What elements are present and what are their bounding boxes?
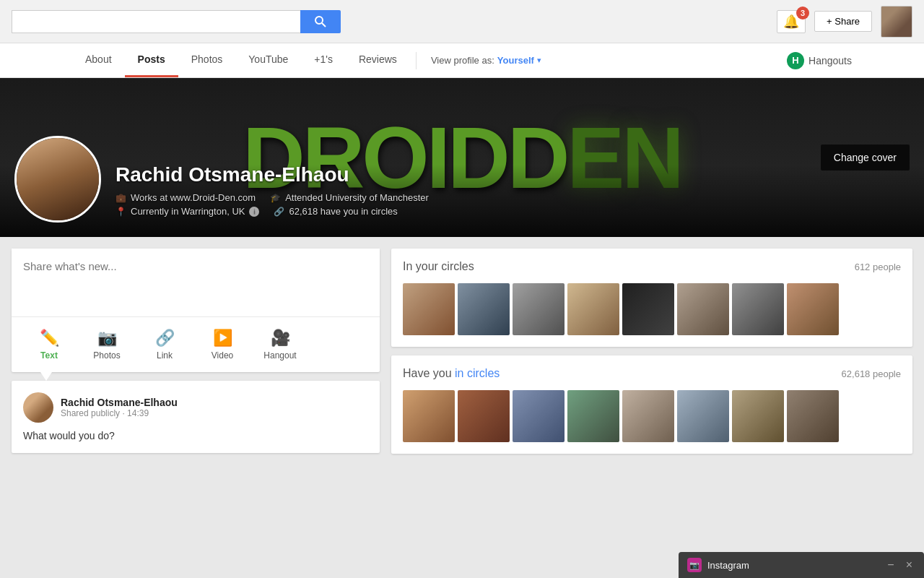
tool-video[interactable]: ▶️ Video (193, 323, 251, 366)
instagram-bar: 📷 Instagram − × (679, 552, 924, 578)
post-meta-text: Shared publicly · 14:39 (61, 408, 178, 418)
nav-left: About Posts Photos YouTube +1's Reviews … (72, 43, 550, 77)
hangout-tool-icon: 🎥 (271, 329, 290, 348)
view-profile-link[interactable]: Yourself (497, 55, 534, 66)
hangouts-icon: H (787, 52, 804, 69)
in-your-circles-header: In your circles 612 people (403, 260, 901, 273)
in-your-circles-grid (403, 283, 901, 335)
instagram-minimize-button[interactable]: − (884, 558, 897, 571)
have-circle-avatar-6[interactable] (677, 390, 729, 442)
have-you-circles-header: Have you in circles 62,618 people (403, 367, 901, 380)
video-tool-icon: ▶️ (213, 329, 232, 348)
view-profile-area: View profile as: Yourself ▾ (422, 55, 550, 66)
have-circle-avatar-4[interactable] (567, 390, 619, 442)
svg-line-1 (322, 23, 326, 27)
have-you-circles-card: Have you in circles 62,618 people (391, 355, 912, 454)
share-textarea[interactable] (12, 249, 380, 314)
in-your-circles-title: In your circles (403, 260, 474, 273)
nav-item-posts[interactable]: Posts (125, 43, 178, 77)
main-content: ✏️ Text 📷 Photos 🔗 Link ▶️ Video (0, 237, 924, 465)
cover-area: DROIDDEN Rachid Otsmane-Elhaou 💼 Works a… (0, 78, 924, 237)
circles-icon: 🔗 (274, 207, 284, 217)
user-avatar-top[interactable] (881, 6, 912, 38)
share-tools: ✏️ Text 📷 Photos 🔗 Link ▶️ Video (12, 317, 380, 372)
briefcase-icon: 💼 (116, 193, 126, 203)
attended-text: Attended University of Manchester (285, 192, 429, 203)
left-column: ✏️ Text 📷 Photos 🔗 Link ▶️ Video (12, 249, 380, 454)
post-author-info: Rachid Otsmane-Elhaou Shared publicly · … (61, 397, 178, 418)
profile-avatar[interactable] (14, 136, 101, 223)
top-right-area: 🔔 3 + Share (777, 6, 912, 38)
have-circle-avatar-5[interactable] (622, 390, 674, 442)
nav-item-photos[interactable]: Photos (178, 43, 236, 77)
location-text: Currently in Warrington, UK (131, 206, 245, 217)
have-circle-avatar-7[interactable] (732, 390, 784, 442)
nav-divider (416, 52, 417, 69)
right-column: In your circles 612 people Have you in c… (391, 249, 912, 454)
circle-avatar-2[interactable] (458, 283, 510, 335)
search-button[interactable] (300, 10, 341, 33)
post-content: What would you do? (23, 430, 368, 441)
instagram-close-button[interactable]: × (903, 558, 915, 571)
post-header: Rachid Otsmane-Elhaou Shared publicly · … (23, 392, 368, 423)
nav-right: H Hangouts (787, 52, 852, 69)
works-at-item: 💼 Works at www.Droid-Den.com (116, 192, 256, 203)
share-button[interactable]: + Share (814, 11, 872, 32)
hangouts-button[interactable]: H Hangouts (787, 52, 852, 69)
svg-point-0 (315, 17, 323, 24)
instagram-label: Instagram (707, 560, 879, 571)
nav-item-about[interactable]: About (72, 43, 125, 77)
profile-name: Rachid Otsmane-Elhaou (116, 163, 429, 186)
post-author-name[interactable]: Rachid Otsmane-Elhaou (61, 397, 178, 408)
notification-badge: 3 (796, 7, 809, 20)
change-cover-button[interactable]: Change cover (821, 144, 910, 171)
have-you-circles-count: 62,618 people (842, 368, 901, 379)
top-bar: 🔔 3 + Share (0, 0, 924, 43)
circle-avatar-7[interactable] (732, 283, 784, 335)
post-card: Rachid Otsmane-Elhaou Shared publicly · … (12, 381, 380, 453)
search-area (12, 10, 341, 33)
search-input[interactable] (12, 10, 300, 33)
have-circle-avatar-3[interactable] (513, 390, 565, 442)
have-circle-avatar-8[interactable] (787, 390, 839, 442)
tool-link[interactable]: 🔗 Link (136, 323, 193, 366)
tool-video-label: Video (212, 350, 233, 361)
in-your-circles-count: 612 people (855, 262, 901, 272)
circle-avatar-4[interactable] (567, 283, 619, 335)
meta-row-1: 💼 Works at www.Droid-Den.com 🎓 Attended … (116, 192, 429, 203)
location-item: 📍 Currently in Warrington, UK i (116, 206, 259, 217)
tool-hangout-label: Hangout (263, 350, 296, 361)
circle-avatar-3[interactable] (513, 283, 565, 335)
tool-text-label: Text (40, 350, 58, 361)
view-profile-label: View profile as: (431, 55, 494, 66)
have-you-circles-grid (403, 390, 901, 442)
nav-item-reviews[interactable]: Reviews (346, 43, 410, 77)
tool-photos-label: Photos (93, 350, 120, 361)
circles-text: 62,618 have you in circles (289, 206, 397, 217)
circles-item: 🔗 62,618 have you in circles (274, 206, 397, 217)
circle-avatar-8[interactable] (787, 283, 839, 335)
in-your-circles-card: In your circles 612 people (391, 249, 912, 347)
tool-hangout[interactable]: 🎥 Hangout (251, 323, 309, 366)
have-circle-avatar-2[interactable] (458, 390, 510, 442)
profile-details: Rachid Otsmane-Elhaou 💼 Works at www.Dro… (116, 163, 429, 223)
tool-photos[interactable]: 📷 Photos (78, 323, 136, 366)
circle-avatar-1[interactable] (403, 283, 455, 335)
circle-avatar-6[interactable] (677, 283, 729, 335)
school-icon: 🎓 (270, 193, 281, 203)
instagram-icon: 📷 (687, 558, 702, 572)
have-circle-avatar-1[interactable] (403, 390, 455, 442)
notification-button[interactable]: 🔔 3 (777, 10, 806, 33)
have-you-circles-title: Have you in circles (403, 367, 500, 380)
attended-item: 🎓 Attended University of Manchester (270, 192, 429, 203)
profile-info-area: Rachid Otsmane-Elhaou 💼 Works at www.Dro… (14, 136, 429, 223)
meta-row-2: 📍 Currently in Warrington, UK i 🔗 62,618… (116, 206, 429, 217)
nav-bar: About Posts Photos YouTube +1's Reviews … (0, 43, 924, 78)
post-avatar (23, 392, 53, 423)
nav-item-youtube[interactable]: YouTube (235, 43, 301, 77)
nav-item-plus1s[interactable]: +1's (301, 43, 346, 77)
text-tool-icon: ✏️ (40, 329, 59, 348)
circle-avatar-5[interactable] (622, 283, 674, 335)
tool-text[interactable]: ✏️ Text (20, 323, 78, 366)
share-triangle (40, 372, 52, 381)
